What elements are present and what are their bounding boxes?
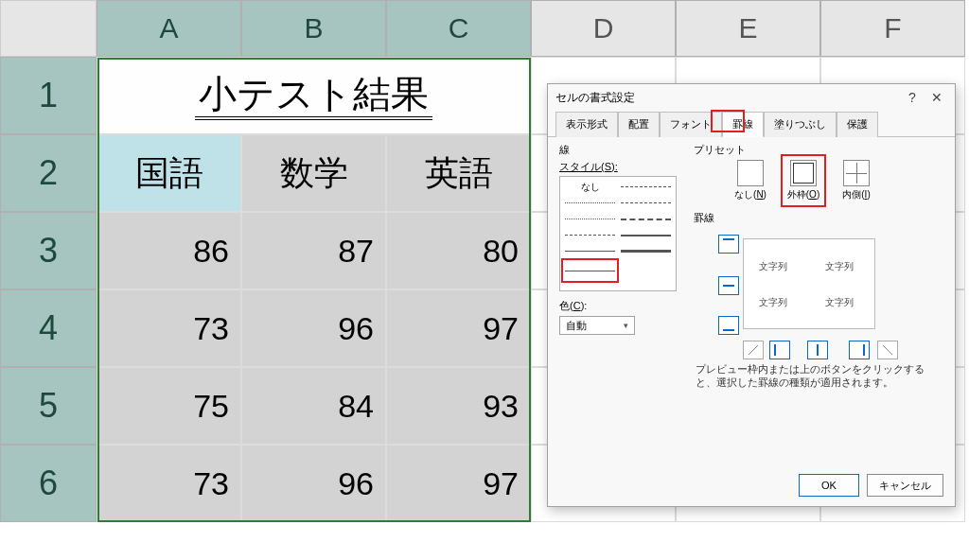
format-cells-dialog: セルの書式設定 ? ✕ 表示形式 配置 フォント 罫線 塗りつぶし 保護 線 ス…: [547, 83, 956, 507]
column-header-E[interactable]: E: [676, 0, 820, 57]
row-header-6[interactable]: 6: [0, 445, 97, 522]
color-dropdown[interactable]: 自動 ▾: [559, 316, 635, 335]
tab-fill[interactable]: 塗りつぶし: [764, 112, 837, 137]
row-header-1[interactable]: 1: [0, 57, 97, 134]
select-all-corner[interactable]: [0, 0, 97, 57]
preview-text-2: 文字列: [825, 260, 854, 273]
preset-none-icon: [737, 160, 764, 186]
title-text: 小テスト結果: [195, 71, 432, 120]
border-right-button[interactable]: [849, 341, 870, 359]
help-button[interactable]: ?: [902, 87, 923, 108]
cell-A4[interactable]: 73: [97, 289, 241, 367]
cell-B2[interactable]: 数学: [241, 134, 386, 212]
tab-font[interactable]: フォント: [660, 112, 722, 137]
line-style-dashed2[interactable]: [562, 227, 618, 243]
preset-none[interactable]: なし(N): [731, 160, 769, 201]
color-label: 色(C):: [559, 299, 677, 313]
preset-and-border-group: プリセット なし(N) 外枠(O) 内側(I) 罫線: [694, 143, 943, 390]
line-style-dash-dot[interactable]: [618, 195, 674, 211]
cell-A2[interactable]: 国語: [97, 134, 241, 212]
column-header-A[interactable]: A: [97, 0, 241, 57]
line-group: 線 スタイル(S): なし 色(C): 自動 ▾: [559, 143, 677, 390]
cell-A5[interactable]: 75: [97, 367, 241, 445]
cell-A3[interactable]: 86: [97, 212, 241, 289]
cell-C2[interactable]: 英語: [386, 134, 531, 212]
preview-text-3: 文字列: [759, 296, 787, 309]
line-style-hair[interactable]: [562, 195, 618, 211]
color-value: 自動: [566, 319, 587, 333]
svg-line-3: [749, 345, 758, 355]
tab-alignment[interactable]: 配置: [618, 112, 660, 137]
line-style-thick[interactable]: [618, 243, 674, 259]
line-style-selected[interactable]: [562, 259, 618, 282]
cell-C3[interactable]: 80: [386, 212, 531, 289]
cell-B6[interactable]: 96: [241, 445, 386, 522]
cell-B4[interactable]: 96: [241, 289, 386, 367]
column-header-B[interactable]: B: [241, 0, 386, 57]
border-left-button[interactable]: [769, 341, 790, 359]
preset-inside[interactable]: 内側(I): [837, 160, 875, 201]
column-header-F[interactable]: F: [820, 0, 965, 57]
tab-protection[interactable]: 保護: [837, 112, 878, 137]
row-header-2[interactable]: 2: [0, 134, 97, 212]
column-header-D[interactable]: D: [531, 0, 676, 57]
tab-display-format[interactable]: 表示形式: [555, 112, 618, 137]
line-style-none[interactable]: なし: [562, 179, 618, 195]
line-group-title: 線: [559, 143, 677, 157]
column-header-C[interactable]: C: [386, 0, 531, 57]
preset-group-title: プリセット: [694, 143, 943, 157]
line-style-thin[interactable]: [562, 243, 618, 259]
preview-text-1: 文字列: [759, 260, 787, 273]
dialog-title: セルの書式設定: [555, 90, 635, 106]
preset-inside-icon: [843, 160, 870, 186]
cell-B5[interactable]: 84: [241, 367, 386, 445]
border-preview-box[interactable]: 文字列 文字列 文字列 文字列: [743, 238, 875, 329]
border-bottom-button[interactable]: [718, 316, 739, 335]
border-diag-up-button[interactable]: [877, 341, 898, 359]
cell-C6[interactable]: 97: [386, 445, 531, 522]
border-mid-h-button[interactable]: [718, 276, 739, 295]
preset-outline[interactable]: 外枠(O): [784, 158, 822, 203]
svg-line-7: [883, 345, 892, 355]
border-hint-text: プレビュー枠内または上のボタンをクリックすると、選択した罫線の種類が適用されます…: [696, 363, 942, 390]
cell-title-merged[interactable]: 小テスト結果: [97, 57, 531, 134]
row-header-3[interactable]: 3: [0, 212, 97, 289]
preset-outline-icon: [790, 160, 817, 186]
cell-A6[interactable]: 73: [97, 445, 241, 522]
style-label: スタイル(S):: [559, 160, 677, 174]
row-header-5[interactable]: 5: [0, 367, 97, 445]
dialog-titlebar[interactable]: セルの書式設定 ? ✕: [548, 84, 955, 111]
border-preview: 文字列 文字列 文字列 文字列: [718, 229, 936, 350]
chevron-down-icon: ▾: [624, 321, 628, 330]
preview-text-4: 文字列: [825, 296, 854, 309]
close-button[interactable]: ✕: [926, 87, 947, 108]
border-diag-down-button[interactable]: [743, 341, 764, 359]
row-header-4[interactable]: 4: [0, 289, 97, 367]
line-style-thin-dash[interactable]: [618, 179, 674, 195]
column-header-row: A B C D E F: [0, 0, 969, 57]
tab-border[interactable]: 罫線: [722, 112, 764, 137]
border-top-button[interactable]: [718, 235, 739, 254]
line-style-dotted[interactable]: [562, 211, 618, 227]
line-style-listbox[interactable]: なし: [559, 176, 677, 291]
ok-button[interactable]: OK: [799, 474, 859, 497]
cancel-button[interactable]: キャンセル: [867, 474, 943, 497]
dialog-tabs: 表示形式 配置 フォント 罫線 塗りつぶし 保護: [548, 111, 955, 137]
dialog-buttons: OK キャンセル: [799, 474, 943, 497]
cell-C4[interactable]: 97: [386, 289, 531, 367]
line-style-medium-dash[interactable]: [618, 211, 674, 227]
line-style-double[interactable]: [618, 259, 674, 275]
border-group-title: 罫線: [694, 211, 943, 225]
border-mid-v-button[interactable]: [807, 341, 828, 359]
cell-C5[interactable]: 93: [386, 367, 531, 445]
line-style-medium[interactable]: [618, 227, 674, 243]
cell-B3[interactable]: 87: [241, 212, 386, 289]
